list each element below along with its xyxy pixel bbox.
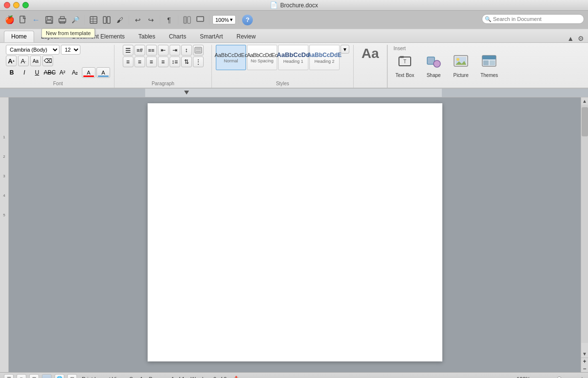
style-heading2[interactable]: AaBbCcDdE Heading 2	[309, 45, 340, 70]
svg-rect-16	[198, 18, 203, 20]
styles-more-button[interactable]: ▼	[341, 45, 349, 54]
themes-button[interactable]: Themes	[476, 51, 502, 80]
minimize-button[interactable]	[13, 2, 19, 8]
case-button[interactable]: Aa	[30, 56, 41, 66]
document-canvas[interactable]	[9, 97, 581, 372]
scrollbar-track[interactable]	[581, 105, 588, 343]
redo-button[interactable]: ↪	[145, 14, 157, 26]
search-area: 🔍	[482, 14, 584, 24]
close-button[interactable]	[4, 2, 10, 8]
page-layout-button[interactable]	[181, 14, 193, 26]
view-button[interactable]	[194, 14, 206, 26]
columns-para-button[interactable]: ⋮	[193, 57, 204, 67]
style-heading1[interactable]: AaBbCcDd Heading 1	[278, 45, 308, 70]
numbered-list-button[interactable]: ≡#	[134, 45, 145, 56]
strikethrough-button[interactable]: ABC	[44, 67, 56, 78]
insert-group-content: T Text Box Shape	[392, 51, 502, 80]
new-file-button[interactable]	[17, 14, 29, 26]
shape-icon	[426, 53, 441, 71]
align-left-button[interactable]: ≡	[123, 57, 133, 67]
para-group-content: ☰ ≡# ≡≡ ⇤ ⇥ ↕ ≡ ≡	[123, 45, 204, 68]
back-button[interactable]: ←	[30, 14, 42, 26]
table-button[interactable]	[88, 14, 99, 26]
share-icon[interactable]: 📤	[233, 376, 240, 378]
ribbon-collapse-up[interactable]: ▲	[565, 35, 576, 42]
tab-smartart[interactable]: SmartArt	[193, 31, 229, 42]
zoom-selector[interactable]: 100% ▾	[212, 15, 236, 24]
ribbon-settings[interactable]: ⚙	[578, 35, 584, 42]
help-button[interactable]: ?	[242, 15, 253, 25]
insert-group: Insert T Text Box	[387, 45, 506, 88]
document-page[interactable]	[148, 103, 442, 361]
italic-button[interactable]: I	[19, 67, 30, 78]
aa-button[interactable]: Aa	[358, 45, 383, 62]
font-size-select[interactable]: 12	[61, 45, 80, 55]
increase-indent-button[interactable]: ⇥	[170, 45, 180, 56]
zoom-out-right-button[interactable]: −	[581, 365, 588, 372]
zoom-out-button[interactable]: −	[534, 375, 538, 378]
print-button[interactable]	[57, 14, 68, 26]
subscript-button[interactable]: A₂	[69, 67, 81, 78]
underline-button[interactable]: U	[31, 67, 43, 78]
para-spacing-button[interactable]: ⇅	[181, 57, 192, 67]
view-outline-button[interactable]: ☰	[4, 374, 14, 378]
style-normal[interactable]: AaBbCcDdEc Normal	[216, 45, 246, 70]
undo-button[interactable]: ↩	[132, 14, 144, 26]
zoom-in-button[interactable]: +	[580, 375, 584, 378]
tab-charts[interactable]: Charts	[162, 31, 193, 42]
view-print-button[interactable]: ▭	[42, 374, 52, 378]
brush-button[interactable]: 🖌	[114, 14, 126, 26]
align-center-button[interactable]: ≡	[134, 57, 145, 67]
style-normal-label: Normal	[224, 58, 238, 63]
line-spacing-button[interactable]: ↕≡	[170, 57, 180, 67]
maximize-button[interactable]	[22, 2, 29, 8]
font-name-select[interactable]: Cambria (Body)	[6, 45, 59, 55]
spellcheck-button[interactable]: 🔎	[70, 14, 81, 26]
decrease-indent-button[interactable]: ⇤	[158, 45, 169, 56]
scrollbar-thumb[interactable]	[582, 107, 588, 136]
shading-button[interactable]	[193, 45, 204, 56]
view-list-button[interactable]: ≡	[17, 374, 26, 378]
save-button[interactable]	[43, 14, 55, 26]
window-controls[interactable]	[4, 2, 29, 8]
pilcrow-button[interactable]: ¶	[163, 14, 175, 26]
view-web-button[interactable]: 🌐	[55, 374, 64, 378]
window-title: 📄 Brochure.docx	[270, 1, 318, 9]
bullet-list-button[interactable]: ☰	[123, 45, 133, 56]
svg-text:T: T	[403, 59, 406, 64]
shape-button[interactable]: Shape	[422, 51, 445, 80]
ruler-mark-2: 2	[3, 147, 5, 167]
tab-home[interactable]: Home	[4, 31, 34, 42]
words-label: Words:	[190, 376, 208, 378]
columns-button[interactable]	[101, 14, 113, 26]
font-shrink-button[interactable]: A-	[18, 56, 29, 66]
zoom-in-right-button[interactable]: +	[581, 358, 588, 365]
highlight-button[interactable]: A	[82, 67, 95, 78]
style-nospace[interactable]: AaBbCcDdEc No Spacing	[247, 45, 277, 70]
justify-button[interactable]: ≡	[158, 57, 169, 67]
scroll-down-button[interactable]: ▼	[581, 350, 588, 358]
apple-menu[interactable]: 🍎	[4, 14, 16, 26]
scroll-up-button[interactable]: ▲	[581, 97, 588, 105]
tab-review[interactable]: Review	[229, 31, 262, 42]
status-right: 100% − +	[516, 375, 584, 378]
svg-rect-13	[184, 17, 187, 23]
font-grow-button[interactable]: A+	[6, 56, 17, 66]
view-focus-button[interactable]: ⊡	[67, 374, 77, 378]
ruler-tab-indicator	[184, 91, 189, 95]
view-thumbnails-button[interactable]: ⊞	[29, 374, 39, 378]
bold-button[interactable]: B	[6, 67, 18, 78]
sort-button[interactable]: ↕	[181, 45, 192, 56]
superscript-button[interactable]: A²	[57, 67, 68, 78]
multi-level-list-button[interactable]: ≡≡	[146, 45, 157, 56]
tab-tables[interactable]: Tables	[132, 31, 162, 42]
title-bar: 📄 Brochure.docx	[0, 0, 588, 11]
clear-format-button[interactable]: ⌫	[42, 56, 53, 66]
search-input[interactable]	[482, 14, 584, 24]
ruler-ticks	[145, 89, 442, 97]
textbox-button[interactable]: T Text Box	[392, 51, 418, 80]
toolbar-separator-5	[209, 15, 209, 25]
align-right-button[interactable]: ≡	[146, 57, 157, 67]
font-color-button[interactable]: A	[96, 67, 110, 78]
picture-button[interactable]: Picture	[449, 51, 473, 80]
